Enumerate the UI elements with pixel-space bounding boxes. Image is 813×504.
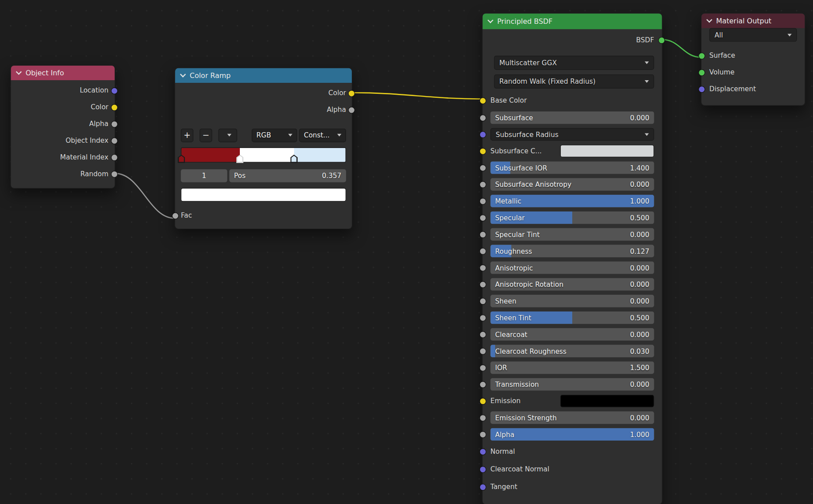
socket-subsurface-c[interactable] <box>480 148 486 154</box>
socket-clearcoat-roughness[interactable] <box>480 348 486 354</box>
node-material-output[interactable]: Material Output All SurfaceVolumeDisplac… <box>701 13 805 106</box>
socket-metallic[interactable] <box>480 198 486 204</box>
socket-ior[interactable] <box>480 364 486 371</box>
socket-volume[interactable] <box>698 69 705 76</box>
collapse-chevron-icon[interactable] <box>16 69 22 74</box>
slider-sheen[interactable]: Sheen0.000 <box>490 295 654 307</box>
socket-subsurface-radius[interactable] <box>480 131 486 137</box>
node-header[interactable]: Object Info <box>11 66 115 80</box>
socket-clearcoat-normal[interactable] <box>480 466 486 472</box>
slider-specular-tint[interactable]: Specular Tint0.000 <box>490 228 654 241</box>
socket-sheen-tint[interactable] <box>480 314 486 321</box>
colorramp-gradient-bar[interactable] <box>181 148 346 163</box>
slider-row-transmission: Transmission0.000 <box>490 378 654 390</box>
remove-stop-button[interactable]: − <box>200 128 212 142</box>
add-stop-button[interactable]: + <box>181 128 193 142</box>
socket-subsurface[interactable] <box>480 114 486 121</box>
socket-subsurface-ior[interactable] <box>480 164 486 171</box>
color-mode-dropdown[interactable]: RGB <box>252 128 297 142</box>
socket-object-index[interactable] <box>111 137 118 144</box>
socket-material-index[interactable] <box>111 154 118 160</box>
color-swatch-subsurface-c[interactable] <box>560 145 654 157</box>
socket-sheen[interactable] <box>480 298 486 304</box>
gradient-stop-color <box>237 156 242 162</box>
gradient-stop-color <box>179 156 184 162</box>
label-row-surface: Surface <box>709 49 797 63</box>
interpolation-dropdown[interactable]: Const... <box>299 128 346 142</box>
row-label: Emission <box>490 395 560 407</box>
socket-color[interactable] <box>111 104 118 111</box>
slider-emission-strength[interactable]: Emission Strength0.000 <box>490 411 654 424</box>
socket-displacement[interactable] <box>698 85 705 92</box>
node-header[interactable]: Color Ramp <box>175 68 352 83</box>
socket-tangent[interactable] <box>480 484 486 490</box>
slider-clearcoat-roughness[interactable]: Clearcoat Roughness0.030 <box>490 345 654 357</box>
target-dropdown[interactable]: All <box>709 28 797 42</box>
color-swatch-emission[interactable] <box>560 395 654 407</box>
socket-normal[interactable] <box>480 448 486 455</box>
slider-label: Alpha <box>495 430 515 438</box>
socket-transmission[interactable] <box>480 381 486 388</box>
node-principled-bsdf[interactable]: Principled BSDF BSDF Multiscatter GGX Ra… <box>482 13 662 504</box>
slider-label: Anisotropic <box>495 264 533 272</box>
slider-subsurface-anisotropy[interactable]: Subsurface Anisotropy0.000 <box>490 178 654 190</box>
collapse-chevron-icon[interactable] <box>488 17 493 23</box>
gradient-stop-marker[interactable] <box>291 155 298 163</box>
slider-alpha[interactable]: Alpha1.000 <box>490 428 654 441</box>
node-editor-canvas[interactable]: Object Info LocationColorAlphaObject Ind… <box>0 0 813 504</box>
stop-position-slider[interactable]: Pos 0.357 <box>229 169 346 182</box>
slider-row-specular: Specular0.500 <box>490 211 654 224</box>
gradient-stop-marker[interactable] <box>236 155 244 163</box>
socket-bsdf[interactable] <box>658 37 665 43</box>
slider-anisotropic-rotation[interactable]: Anisotropic Rotation0.000 <box>490 278 654 290</box>
subsurface-method-dropdown[interactable]: Random Walk (Fixed Radius) <box>494 74 654 89</box>
minus-icon: − <box>202 130 209 140</box>
socket-fac[interactable] <box>172 212 179 219</box>
slider-specular[interactable]: Specular0.500 <box>490 211 654 224</box>
gradient-stop-marker[interactable] <box>178 155 185 163</box>
slider-subsurface-ior[interactable]: Subsurface IOR1.400 <box>490 161 654 174</box>
socket-clearcoat[interactable] <box>480 331 486 337</box>
node-header[interactable]: Material Output <box>701 14 805 28</box>
active-stop-color-swatch[interactable] <box>181 188 346 202</box>
socket-subsurface-anisotropy[interactable] <box>480 181 486 188</box>
slider-row-subsurface-anisotropy: Subsurface Anisotropy0.000 <box>490 178 654 190</box>
collapse-chevron-icon[interactable] <box>706 17 712 22</box>
node-object-info[interactable]: Object Info LocationColorAlphaObject Ind… <box>11 65 116 189</box>
socket-surface[interactable] <box>698 52 705 59</box>
socket-alpha[interactable] <box>111 121 118 127</box>
socket-anisotropic[interactable] <box>480 264 486 271</box>
slider-sheen-tint[interactable]: Sheen Tint0.500 <box>490 311 654 324</box>
socket-location[interactable] <box>111 87 118 94</box>
colorramp-options-dropdown[interactable] <box>218 128 237 142</box>
node-color-ramp[interactable]: Color Ramp ColorAlpha + − RGB Const... <box>175 68 352 229</box>
node-header[interactable]: Principled BSDF <box>483 14 662 29</box>
distribution-dropdown[interactable]: Multiscatter GGX <box>494 56 654 70</box>
socket-specular[interactable] <box>480 214 486 221</box>
socket-anisotropic-rotation[interactable] <box>480 281 486 288</box>
collapse-chevron-icon[interactable] <box>180 71 186 77</box>
socket-emission[interactable] <box>480 398 486 404</box>
slider-ior[interactable]: IOR1.500 <box>490 361 654 374</box>
socket-alpha[interactable] <box>480 431 486 437</box>
stop-index-field[interactable]: 1 <box>181 169 227 182</box>
gradient-stop-color <box>291 156 297 162</box>
node-title: Color Ramp <box>190 71 231 80</box>
socket-roughness[interactable] <box>480 248 486 254</box>
dropdown-subsurface-radius[interactable]: Subsurface Radius <box>490 128 654 141</box>
slider-label: Specular <box>495 214 525 222</box>
slider-metallic[interactable]: Metallic1.000 <box>490 195 654 207</box>
socket-random[interactable] <box>111 170 118 177</box>
slider-row-subsurface: Subsurface0.000 <box>490 111 654 124</box>
socket-base-color[interactable] <box>480 97 486 104</box>
slider-clearcoat[interactable]: Clearcoat0.000 <box>490 328 654 341</box>
slider-subsurface[interactable]: Subsurface0.000 <box>490 111 654 124</box>
socket-color[interactable] <box>348 90 355 96</box>
slider-roughness[interactable]: Roughness0.127 <box>490 245 654 257</box>
color-row-subsurface-c: Subsurface C... <box>490 145 654 157</box>
socket-alpha[interactable] <box>348 107 355 113</box>
slider-transmission[interactable]: Transmission0.000 <box>490 378 654 390</box>
socket-emission-strength[interactable] <box>480 414 486 421</box>
socket-specular-tint[interactable] <box>480 231 486 237</box>
slider-anisotropic[interactable]: Anisotropic0.000 <box>490 261 654 274</box>
